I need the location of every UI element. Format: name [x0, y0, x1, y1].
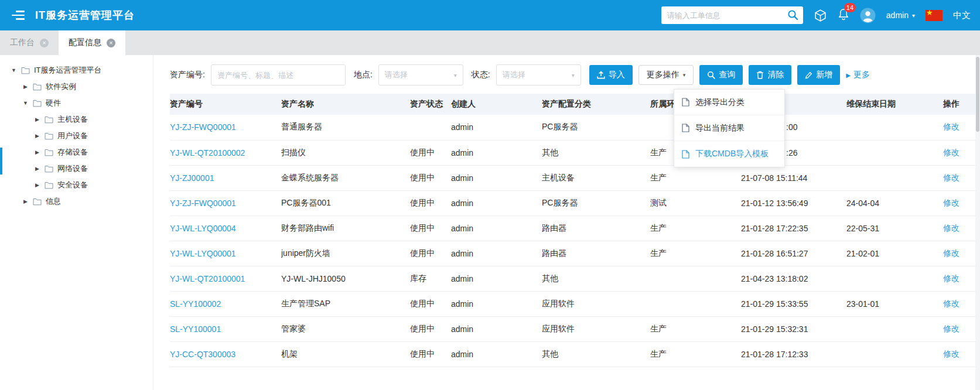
chevron-right-icon[interactable]: ▶ [34, 117, 40, 122]
triangle-right-icon: ▶ [846, 72, 851, 78]
chevron-right-icon[interactable]: ▶ [34, 182, 40, 188]
edit-link[interactable]: 修改 [943, 324, 959, 333]
edit-link[interactable]: 修改 [943, 273, 959, 283]
edit-link[interactable]: 修改 [943, 148, 959, 157]
menu-item-label: 下载CMDB导入模板 [695, 149, 769, 159]
asset-status-cell: 使用中 [410, 215, 451, 241]
edit-link[interactable]: 修改 [943, 122, 959, 131]
tab-config-info[interactable]: 配置信息 × [59, 30, 125, 55]
asset-status-cell: 使用中 [410, 341, 451, 367]
menu-item-export-current-result[interactable]: 导出当前结果 [674, 115, 784, 141]
creator-cell: admin [451, 316, 542, 341]
date-cell: 21-04-23 13:18:02 [741, 266, 846, 291]
edit-link[interactable]: 修改 [943, 349, 959, 358]
environment-cell [650, 266, 741, 291]
folder-icon [33, 100, 42, 107]
chevron-down-icon[interactable]: ▼ [11, 67, 17, 73]
package-icon[interactable] [814, 9, 827, 22]
add-button[interactable]: 新增 [797, 65, 840, 85]
asset-no-link[interactable]: YJ-ZJ-FWQ00001 [170, 199, 236, 208]
creator-cell: admin [451, 140, 542, 165]
edit-link[interactable]: 修改 [943, 223, 959, 232]
asset-no-link[interactable]: YJ-WL-LYQ00001 [170, 249, 236, 258]
asset-no-cell: YJ-WL-LYQ00004 [170, 215, 281, 241]
asset-status-cell: 使用中 [410, 190, 451, 215]
menu-item-select-export-category[interactable]: 选择导出分类 [674, 90, 784, 115]
notification-badge: 14 [844, 3, 856, 12]
tree-item-information[interactable]: ▶ 信息 [0, 193, 153, 210]
caret-down-icon: ▾ [454, 72, 457, 78]
tree-item-user-device[interactable]: ▶ 用户设备 [0, 128, 153, 144]
user-menu[interactable]: admin ▾ [886, 11, 915, 20]
status-select[interactable]: 请选择 ▾ [496, 64, 581, 85]
warranty-end-cell: 24-04-04 [846, 190, 943, 215]
action-cell: 修改 [943, 341, 975, 367]
creator-cell: admin [451, 165, 542, 190]
edit-link[interactable]: 修改 [943, 198, 959, 207]
asset-no-link[interactable]: SL-YY100001 [170, 324, 221, 334]
search-icon[interactable] [787, 9, 798, 22]
scrollbar-thumb[interactable] [976, 57, 979, 132]
tree-item-label: 软件实例 [46, 81, 76, 92]
edit-link[interactable]: 修改 [943, 173, 959, 182]
close-icon[interactable]: × [107, 39, 115, 47]
language-switch[interactable]: 中文 [953, 10, 971, 21]
more-columns-link[interactable]: ▶ 更多 [846, 70, 870, 80]
clear-button[interactable]: 清除 [749, 65, 791, 85]
category-cell: 主机设备 [542, 165, 650, 190]
import-button[interactable]: 导入 [589, 65, 633, 85]
warranty-end-cell [846, 165, 943, 190]
menu-toggle-icon[interactable] [11, 8, 26, 22]
edit-link[interactable]: 修改 [943, 248, 959, 258]
menu-item-label: 选择导出分类 [695, 97, 745, 108]
query-button[interactable]: 查询 [699, 65, 743, 85]
col-warranty-end: 维保结束日期 [846, 94, 943, 115]
tree-item-software-instance[interactable]: ▶ 软件实例 [0, 78, 153, 95]
asset-no-cell: SL-YY100001 [170, 316, 281, 341]
chevron-right-icon[interactable]: ▶ [34, 133, 40, 139]
asset-no-link[interactable]: SL-YY100002 [170, 299, 221, 309]
location-select[interactable]: 请选择 ▾ [378, 64, 463, 85]
more-actions-button[interactable]: 更多操作 ▾ [638, 65, 694, 85]
chevron-right-icon[interactable]: ▶ [34, 149, 40, 155]
asset-no-link[interactable]: YJ-CC-QT300003 [170, 350, 235, 359]
tree-item-storage-device[interactable]: ▶ 存储设备 [0, 144, 153, 160]
edit-link[interactable]: 修改 [943, 299, 959, 308]
environment-cell: 生产 [650, 215, 741, 241]
tab-label: 工作台 [10, 37, 35, 48]
tree-item-security-device[interactable]: ▶ 安全设备 [0, 177, 153, 193]
table-row: YJ-ZJ00001 金蝶系统服务器 使用中 admin 主机设备 生产 21-… [170, 165, 975, 190]
asset-no-link[interactable]: YJ-WL-QT20100001 [170, 274, 245, 283]
environment-cell: 测试 [650, 190, 741, 215]
asset-no-filter-input[interactable] [211, 64, 346, 85]
creator-cell: admin [451, 115, 542, 140]
tree-item-network-device[interactable]: ▶ 网络设备 [0, 160, 153, 177]
tree-item-root[interactable]: ▼ IT服务运营管理平台 [0, 62, 153, 78]
asset-no-link[interactable]: YJ-WL-QT20100002 [170, 148, 245, 158]
tab-workbench[interactable]: 工作台 × [0, 30, 59, 55]
tree-item-label: 用户设备 [57, 131, 88, 141]
asset-no-link[interactable]: YJ-ZJ-FWQ00001 [170, 122, 236, 132]
asset-name-cell: 管家婆 [281, 316, 410, 341]
asset-no-link[interactable]: YJ-ZJ00001 [170, 173, 214, 183]
tree-item-host-device[interactable]: ▶ 主机设备 [0, 111, 153, 128]
menu-item-download-cmdb-template[interactable]: 下载CMDB导入模板 [674, 141, 784, 167]
app-title: IT服务运营管理平台 [35, 8, 135, 22]
action-cell: 修改 [943, 165, 975, 190]
tree-item-hardware[interactable]: ▼ 硬件 [0, 95, 153, 111]
notifications-bell[interactable]: 14 [838, 8, 849, 23]
action-cell: 修改 [943, 140, 975, 165]
chevron-right-icon[interactable]: ▶ [22, 199, 29, 204]
chevron-right-icon[interactable]: ▶ [34, 166, 40, 172]
chevron-right-icon[interactable]: ▶ [22, 84, 29, 90]
document-icon [682, 98, 689, 107]
close-icon[interactable]: × [40, 39, 49, 47]
ticket-search-input[interactable] [667, 11, 783, 20]
chevron-down-icon[interactable]: ▼ [22, 100, 29, 106]
avatar[interactable] [860, 8, 876, 23]
environment-cell [650, 291, 741, 316]
asset-no-link[interactable]: YJ-WL-LYQ00004 [170, 224, 236, 233]
category-cell: 其他 [542, 140, 650, 165]
asset-status-cell: 使用中 [410, 165, 451, 190]
creator-cell: admin [451, 190, 542, 215]
